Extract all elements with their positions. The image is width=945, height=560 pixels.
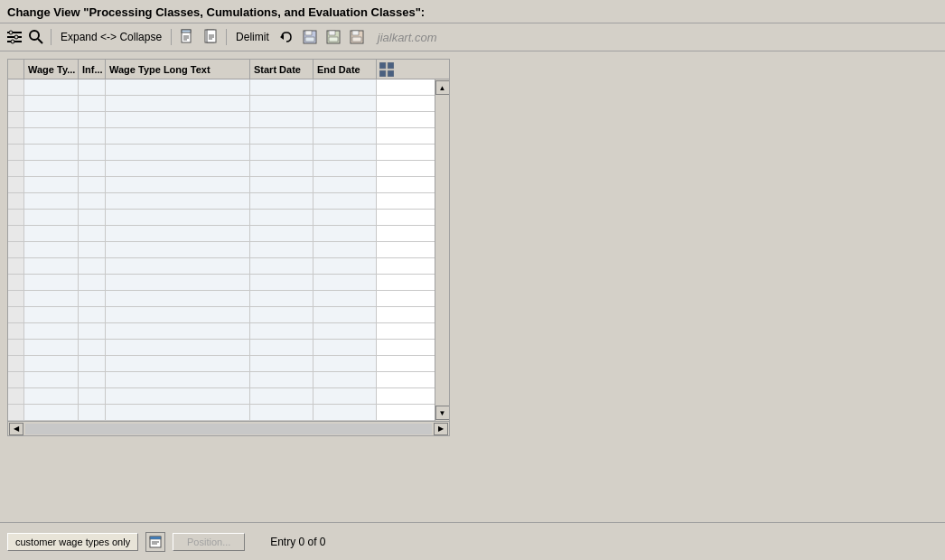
table-row[interactable]: [8, 96, 435, 112]
data-table: Wage Ty... Inf... Wage Type Long Text St…: [7, 59, 450, 436]
main-window: Change View "Processing Classes, Cumulat…: [0, 0, 945, 560]
customize-icon[interactable]: [5, 28, 23, 46]
separator-2: [171, 29, 172, 45]
svg-rect-29: [388, 62, 394, 69]
row-cell-start-date[interactable]: [250, 79, 313, 95]
table-row[interactable]: [8, 372, 435, 388]
svg-rect-9: [182, 30, 191, 33]
entry-count: Entry 0 of 0: [270, 536, 325, 548]
svg-rect-31: [388, 70, 394, 77]
delimit-btn[interactable]: Delimit: [232, 30, 273, 44]
row-selector[interactable]: [8, 79, 24, 95]
table-row[interactable]: [8, 210, 435, 226]
svg-point-3: [9, 31, 13, 34]
svg-rect-23: [329, 31, 335, 35]
watermark: jialkart.com: [378, 31, 437, 44]
col-header-end-date: End Date: [313, 60, 377, 79]
table-row[interactable]: [8, 112, 435, 128]
header-selector: [8, 60, 24, 79]
scroll-down-arrow[interactable]: ▼: [435, 406, 450, 420]
find-icon[interactable]: [27, 28, 45, 46]
table-row[interactable]: [8, 291, 435, 307]
svg-point-6: [30, 31, 39, 40]
svg-rect-27: [352, 37, 361, 42]
col-header-long-text: Wage Type Long Text: [106, 60, 250, 79]
separator-1: [51, 29, 51, 45]
row-cell-wage-type[interactable]: [24, 79, 79, 95]
svg-point-5: [11, 40, 14, 43]
expand-collapse-btn[interactable]: Expand <-> Collapse: [57, 30, 165, 44]
separator-3: [226, 29, 227, 45]
vertical-scrollbar: ▲ ▼: [435, 79, 449, 421]
doc1-icon[interactable]: [177, 27, 197, 47]
svg-line-7: [38, 39, 42, 43]
svg-point-4: [14, 35, 18, 39]
bottom-bar: customer wage types only Position... Ent…: [0, 522, 945, 560]
table-row[interactable]: [8, 275, 435, 291]
table-row[interactable]: [8, 161, 435, 177]
table-body: [8, 79, 435, 421]
position-icon[interactable]: [145, 532, 165, 552]
table-wrapper: Wage Ty... Inf... Wage Type Long Text St…: [7, 59, 450, 515]
right-area: [457, 59, 938, 515]
row-selector[interactable]: [8, 96, 24, 111]
svg-rect-20: [305, 31, 312, 35]
doc2-icon[interactable]: [201, 27, 220, 47]
title-bar: Change View "Processing Classes, Cumulat…: [0, 0, 945, 23]
svg-rect-26: [352, 31, 359, 35]
svg-rect-24: [329, 37, 338, 42]
save2-icon[interactable]: [323, 27, 343, 47]
table-row[interactable]: [8, 128, 435, 145]
table-row[interactable]: [8, 340, 435, 356]
svg-rect-33: [150, 537, 161, 539]
scroll-up-arrow[interactable]: ▲: [435, 80, 450, 95]
table-row[interactable]: [8, 226, 435, 242]
table-row[interactable]: [8, 177, 435, 193]
scroll-left-arrow[interactable]: ◀: [9, 423, 23, 435]
table-row[interactable]: [8, 193, 435, 210]
table-row[interactable]: [8, 356, 435, 372]
table-settings-icon[interactable]: [377, 60, 397, 79]
svg-rect-21: [305, 37, 314, 42]
save3-icon[interactable]: [347, 27, 367, 47]
table-row[interactable]: [8, 258, 435, 275]
customer-wage-types-button[interactable]: customer wage types only: [7, 533, 138, 551]
table-row[interactable]: [8, 145, 435, 161]
page-title: Change View "Processing Classes, Cumulat…: [7, 5, 425, 19]
row-cell-end-date[interactable]: [313, 79, 377, 95]
svg-rect-14: [207, 30, 216, 42]
save1-icon[interactable]: [300, 27, 320, 47]
scroll-track[interactable]: [25, 424, 432, 434]
table-row[interactable]: [8, 388, 435, 405]
svg-rect-30: [379, 70, 386, 77]
position-button[interactable]: Position...: [173, 533, 245, 551]
col-header-start-date: Start Date: [250, 60, 313, 79]
row-cell-long-text[interactable]: [106, 79, 250, 95]
horizontal-scrollbar: ◀ ▶: [8, 421, 449, 435]
toolbar: Expand <-> Collapse Delimit: [0, 23, 945, 51]
scroll-right-arrow[interactable]: ▶: [434, 423, 448, 435]
table-row[interactable]: [8, 323, 435, 340]
col-header-inf: Inf...: [79, 60, 106, 79]
table-scroll-area: ▲ ▼: [8, 79, 449, 421]
table-row[interactable]: [8, 405, 435, 421]
table-row[interactable]: [8, 307, 435, 323]
table-header: Wage Ty... Inf... Wage Type Long Text St…: [8, 60, 449, 79]
col-header-wage-type: Wage Ty...: [24, 60, 79, 79]
table-row[interactable]: [8, 79, 435, 96]
undo-icon[interactable]: [276, 27, 296, 47]
row-cell-inf[interactable]: [79, 79, 106, 95]
content-area: Wage Ty... Inf... Wage Type Long Text St…: [0, 51, 945, 522]
svg-rect-28: [379, 62, 386, 69]
table-row[interactable]: [8, 242, 435, 258]
